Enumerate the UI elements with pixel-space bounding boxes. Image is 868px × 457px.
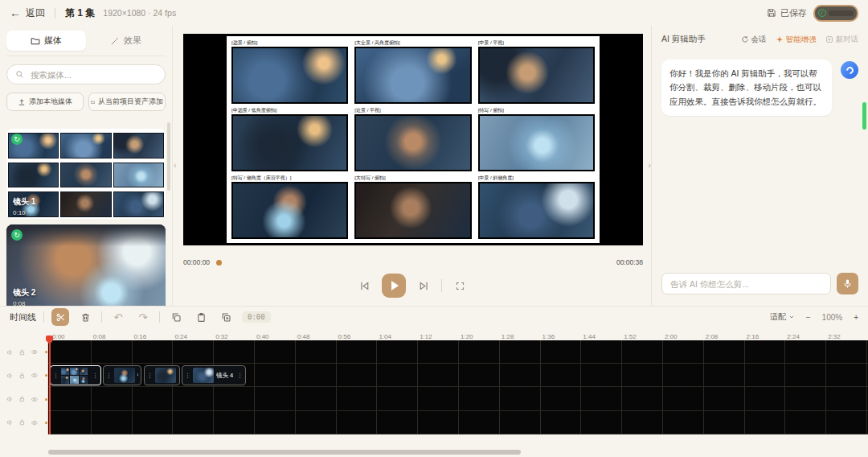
timecode-row: 00:00:00 00:00:38 [183,258,643,266]
scissors-icon [55,312,66,323]
delete-clip-button[interactable] [76,308,94,326]
voice-input-button[interactable] [837,273,858,294]
media-search[interactable] [6,64,166,84]
chat-input[interactable] [661,273,831,294]
search-input[interactable] [29,69,157,80]
timeline-clip-1[interactable]: ⋮ 镜头 1 ⋮ [50,365,101,385]
shot-label: [远景 / 俯拍] [231,39,348,47]
timeline-tracks[interactable]: ⋮ 镜头 1 ⋮ ⋮ 镜… ⋮ 镜… ⋮ 镜头 4 ⋮ [48,340,868,434]
split-tool-button[interactable] [51,308,69,326]
storyboard-sheet: [远景 / 俯拍] [大全景 / 高角度俯拍] [中景 / 平视] [中远景 /… [227,36,600,243]
timeline-clip-4[interactable]: ⋮ 镜头 4 ⋮ [182,365,246,385]
clip-trim-handle[interactable]: ⋮ [92,373,98,378]
speaker-icon[interactable] [6,395,14,403]
fit-dropdown[interactable]: 适配 [770,311,795,323]
tab-effects[interactable]: 效果 [86,31,166,51]
frame-image [60,191,111,217]
lock-icon[interactable] [18,348,26,356]
eye-icon[interactable] [31,395,39,404]
storyboard-cell: [近景 / 平视] [354,106,471,171]
divider [159,311,160,323]
trash-icon [80,312,91,323]
shot-label: [特写 / 俯拍] [478,106,595,114]
eye-icon[interactable] [31,371,39,380]
next-frame-button[interactable] [416,278,431,293]
shot-label: [大特写 / 俯拍] [354,174,471,182]
timeline-clip-2[interactable]: ⋮ 镜… [103,365,141,385]
media-name: 镜头 2 [13,287,35,298]
saved-status: 已保存 [767,7,807,19]
media-name: 镜头 1 [13,196,35,208]
play-button[interactable] [382,274,406,298]
ruler-tick: 1:12 [416,331,457,340]
wand-icon [110,36,120,46]
add-from-project-button[interactable]: 从当前项目资产添加 [88,93,166,111]
new-chat-button[interactable]: 新对话 [825,35,859,45]
media-item-shot2[interactable]: ↻ 镜头 2 0:08 [6,224,166,306]
lock-icon[interactable] [18,372,26,380]
prev-frame-button[interactable] [357,278,371,293]
play-icon [391,281,399,290]
panel-scrollbar[interactable] [862,102,866,130]
zoom-in-button[interactable]: + [854,313,858,322]
media-item-shot1[interactable]: ↻ [6,129,166,219]
smart-enhance-button[interactable]: 智能增强 [776,35,817,45]
lock-icon[interactable] [18,418,26,426]
chat-input-row [661,273,858,294]
speaker-icon[interactable] [6,372,14,380]
track-status-dot [45,374,47,377]
shot-image [478,47,595,104]
frame-image [113,133,164,159]
storyboard-frame [60,130,111,159]
clip-trim-handle[interactable]: ⋮ [185,373,190,378]
clip-trim-handle[interactable]: ⋮ [53,373,59,378]
divider [101,311,102,323]
undo-button[interactable]: ↶ [109,308,127,326]
track-status-dot [45,398,47,401]
clip-trim-handle[interactable]: ⋮ [147,373,153,378]
lock-icon[interactable] [18,395,26,403]
skip-forward-icon [418,280,430,292]
clip-trim-handle[interactable]: ⋮ [106,373,112,378]
ruler-tick: 1:20 [457,331,497,340]
eye-icon[interactable] [31,418,39,427]
export-button[interactable]: ✓ [813,5,858,22]
storyboard-cell: [大全景 / 高角度俯拍] [354,39,471,104]
duplicate-button[interactable] [217,308,235,326]
zoom-out-button[interactable]: − [806,313,811,322]
speaker-icon[interactable] [6,418,14,426]
add-local-media-button[interactable]: 添加本地媒体 [6,93,84,111]
storyboard-frame [113,130,164,159]
speaker-icon[interactable] [6,348,14,356]
project-meta: 1920×1080 · 24 fps [103,8,176,18]
collapse-left-panel-icon[interactable]: ‹ [174,161,177,170]
clip-trim-handle[interactable]: ⋮ [237,373,243,378]
panel-tabs: 媒体 效果 [6,31,166,56]
playhead-line[interactable] [49,339,51,434]
paste-button[interactable] [192,308,210,326]
storyboard-cell: [远景 / 俯拍] [231,39,348,104]
shot-image [354,47,471,104]
frame-image [60,163,111,188]
timeline-clip-3[interactable]: ⋮ 镜… [144,365,180,385]
redo-button[interactable]: ↷ [134,308,152,326]
history-icon [741,35,749,43]
shot-label: [近景 / 平视] [354,106,471,114]
new-chat-icon [825,35,833,43]
sparkle-icon [776,35,784,43]
ruler-tick: 0:00 [48,331,89,340]
add-local-label: 添加本地媒体 [29,97,72,107]
timeline-ruler[interactable]: 0:000:080:160:240:320:400:480:561:041:12… [48,327,868,340]
storyboard-cell: [特写 / 侧角度（床沿平视）] [231,174,348,239]
timeline-horizontal-scrollbar[interactable] [48,450,521,455]
eye-icon[interactable] [31,348,39,356]
ai-panel-title: AI 剪辑助手 [661,34,706,45]
session-button[interactable]: 会话 [741,35,767,45]
fullscreen-button[interactable] [452,278,467,293]
clip-thumbnail [61,368,88,384]
media-list-scrollbar[interactable] [167,122,170,191]
back-arrow-icon[interactable]: ← [10,6,21,19]
back-button[interactable]: 返回 [26,6,45,20]
tab-media[interactable]: 媒体 [6,31,86,51]
copy-button[interactable] [167,308,185,326]
